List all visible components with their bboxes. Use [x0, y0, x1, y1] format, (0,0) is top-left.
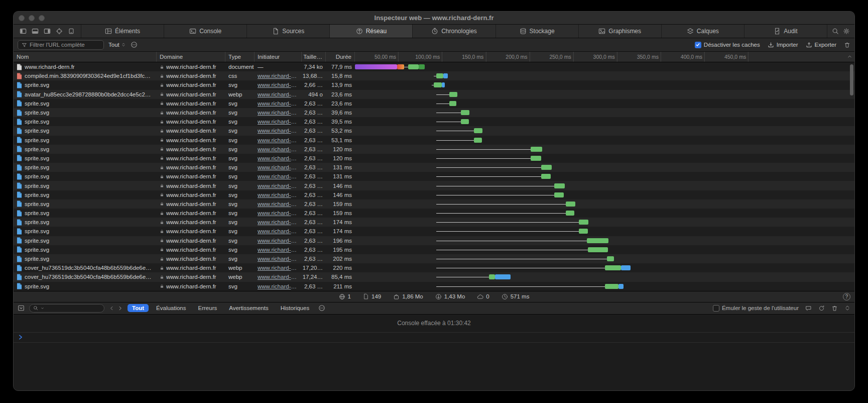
initiator-link[interactable]: www.richard-d…: [258, 164, 299, 170]
network-request-row[interactable]: sprite.svgwww.richard-dern.frsvgwww.rich…: [14, 163, 854, 172]
console-tab-erreurs[interactable]: Erreurs: [194, 304, 222, 312]
initiator-link[interactable]: www.richard-d…: [258, 137, 299, 143]
initiator-link[interactable]: www.richard-d…: [258, 173, 299, 179]
clear-console-trash-icon[interactable]: [831, 305, 838, 312]
initiator-link[interactable]: www.richard-d…: [258, 100, 299, 107]
network-request-row[interactable]: sprite.svgwww.richard-dern.frsvgwww.rich…: [14, 136, 854, 145]
tab-storage[interactable]: Stockage: [496, 25, 579, 38]
initiator-link[interactable]: www.richard-d…: [258, 219, 299, 225]
initiator-link[interactable]: www.richard-d…: [258, 110, 299, 116]
emulate-gesture-toggle[interactable]: Émuler le geste de l'utilisateur: [713, 305, 799, 312]
tab-elements[interactable]: Éléments: [81, 25, 164, 38]
console-empty-area[interactable]: [14, 343, 854, 390]
initiator-link[interactable]: www.richard-d…: [258, 119, 299, 125]
network-request-row[interactable]: sprite.svgwww.richard-dern.frsvgwww.rich…: [14, 236, 854, 245]
resource-scope-select[interactable]: Tout: [108, 42, 126, 48]
initiator-link[interactable]: www.richard-d…: [258, 201, 299, 207]
preserve-log-icon[interactable]: [818, 305, 825, 312]
initiator-link[interactable]: www.richard-d…: [258, 283, 299, 289]
initiator-link[interactable]: www.richard-d…: [258, 128, 299, 134]
console-filter-options-icon[interactable]: [318, 305, 325, 312]
tab-audit[interactable]: Audit: [745, 25, 827, 38]
export-button[interactable]: Exporter: [806, 42, 836, 48]
column-header-initiator[interactable]: Initiateur: [255, 52, 302, 62]
network-request-row[interactable]: sprite.svgwww.richard-dern.frsvgwww.rich…: [14, 199, 854, 209]
disable-caches-toggle[interactable]: Désactiver les caches: [695, 42, 760, 48]
initiator-link[interactable]: www.richard-d…: [258, 238, 299, 244]
initiator-link[interactable]: www.richard-d…: [258, 256, 299, 262]
initiator-link[interactable]: www.richard-d…: [258, 247, 299, 253]
console-drawer-icon[interactable]: [805, 305, 812, 312]
vertical-scrollbar[interactable]: [849, 63, 854, 290]
network-request-row[interactable]: avatar_hu85ecc3e298728880b0bde2dcc4e5c23…: [14, 90, 854, 99]
initiator-link[interactable]: www.richard-d…: [258, 155, 299, 161]
scrollbar-thumb[interactable]: [850, 64, 853, 95]
network-request-row[interactable]: sprite.svgwww.richard-dern.frsvgwww.rich…: [14, 209, 854, 218]
dock-right-icon[interactable]: [44, 28, 51, 35]
tab-sources[interactable]: Sources: [247, 25, 330, 38]
initiator-link[interactable]: www.richard-d…: [258, 183, 299, 189]
network-request-row[interactable]: sprite.svgwww.richard-dern.frsvgwww.rich…: [14, 172, 854, 181]
device-icon[interactable]: [68, 28, 75, 35]
console-search-input[interactable]: [29, 304, 104, 313]
network-request-row[interactable]: sprite.svgwww.richard-dern.frsvgwww.rich…: [14, 99, 854, 108]
network-request-row[interactable]: sprite.svgwww.richard-dern.frsvgwww.rich…: [14, 154, 854, 163]
window-titlebar[interactable]: Inspecteur web — www.richard-dern.fr: [14, 12, 854, 25]
url-filter-input[interactable]: Filtrer l'URL complète: [18, 40, 104, 50]
network-request-row[interactable]: sprite.svgwww.richard-dern.frsvgwww.rich…: [14, 117, 854, 126]
network-request-row[interactable]: sprite.svgwww.richard-dern.frsvgwww.rich…: [14, 108, 854, 117]
tab-network[interactable]: Réseau: [330, 25, 413, 38]
column-header-name[interactable]: Nom: [14, 52, 157, 62]
network-request-row[interactable]: sprite.svgwww.richard-dern.frsvgwww.rich…: [14, 254, 854, 263]
clear-network-trash-icon[interactable]: [844, 42, 850, 48]
network-request-row[interactable]: sprite.svgwww.richard-dern.frsvgwww.rich…: [14, 245, 854, 254]
initiator-link[interactable]: www.richard-d…: [258, 210, 299, 216]
column-header-type[interactable]: Type: [225, 52, 255, 62]
network-request-row[interactable]: cover_hu736519dc3b5040cfa48b6b559b6de6ec…: [14, 263, 854, 272]
initiator-link[interactable]: www.richard-d…: [258, 192, 299, 198]
console-tab-avertissements[interactable]: Avertissements: [224, 304, 273, 312]
network-request-row[interactable]: sprite.svgwww.richard-dern.frsvgwww.rich…: [14, 190, 854, 199]
dock-left-icon[interactable]: [20, 28, 27, 35]
console-tab-evaluations[interactable]: Évaluations: [152, 304, 190, 312]
resize-chevrons-icon[interactable]: [844, 305, 850, 311]
history-forward-icon[interactable]: [117, 306, 123, 311]
column-header-size[interactable]: Taille…: [302, 52, 326, 62]
history-back-icon[interactable]: [109, 306, 114, 311]
initiator-link[interactable]: www.richard-d…: [258, 265, 299, 271]
search-icon[interactable]: [832, 28, 839, 35]
zoom-window-button[interactable]: [39, 15, 45, 21]
close-window-button[interactable]: [19, 15, 25, 21]
initiator-link[interactable]: www.richard-d…: [258, 228, 299, 234]
tab-console[interactable]: Console: [164, 25, 247, 38]
dock-bottom-icon[interactable]: [32, 28, 39, 35]
disable-caches-checkbox[interactable]: [695, 42, 701, 48]
network-request-row[interactable]: sprite.svgwww.richard-dern.frsvgwww.rich…: [14, 145, 854, 154]
network-request-row[interactable]: sprite.svgwww.richard-dern.frsvgwww.rich…: [14, 181, 854, 190]
initiator-link[interactable]: www.richard-d…: [258, 73, 299, 79]
network-request-row[interactable]: sprite.svgwww.richard-dern.frsvgwww.rich…: [14, 282, 854, 291]
collapse-timeline-icon[interactable]: [847, 54, 852, 59]
column-header-duration[interactable]: Durée: [326, 52, 355, 62]
initiator-link[interactable]: www.richard-d…: [258, 274, 299, 280]
tab-timelines[interactable]: Chronologies: [413, 25, 495, 38]
network-request-row[interactable]: sprite.svgwww.richard-dern.frsvgwww.rich…: [14, 227, 854, 236]
tab-layers[interactable]: Calques: [662, 25, 745, 38]
column-header-domain[interactable]: Domaine: [157, 52, 225, 62]
network-request-row[interactable]: cover_hu736519dc3b5040cfa48b6b559b6de6ec…: [14, 272, 854, 281]
help-button[interactable]: ?: [843, 293, 850, 300]
console-tab-historiques[interactable]: Historiques: [276, 304, 314, 312]
minimize-window-button[interactable]: [29, 15, 35, 21]
network-request-row[interactable]: sprite.svgwww.richard-dern.frsvgwww.rich…: [14, 126, 854, 135]
initiator-link[interactable]: www.richard-d…: [258, 146, 299, 152]
emulate-gesture-checkbox[interactable]: [713, 305, 719, 312]
console-prompt[interactable]: [14, 333, 854, 343]
initiator-link[interactable]: www.richard-d…: [258, 91, 299, 97]
console-sidebar-icon[interactable]: [18, 305, 25, 312]
settings-gear-icon[interactable]: [843, 28, 850, 35]
filter-options-icon[interactable]: [131, 41, 138, 48]
network-request-row[interactable]: www.richard-dern.frwww.richard-dern.frdo…: [14, 62, 854, 71]
target-icon[interactable]: [56, 28, 63, 35]
console-tab-tout[interactable]: Tout: [128, 304, 149, 312]
tab-graphics[interactable]: Graphismes: [579, 25, 662, 38]
